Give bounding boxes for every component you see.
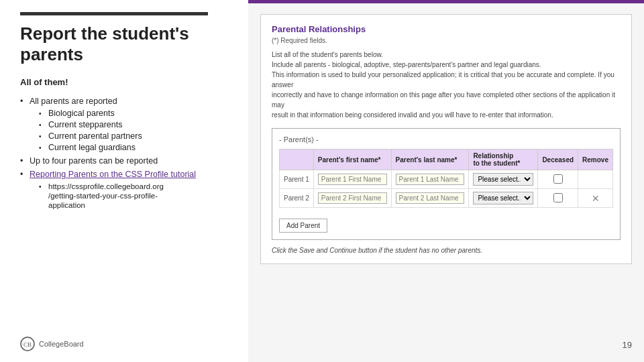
bullet-list: All parents are reported Biological pare… — [20, 97, 228, 210]
instruction-text: List all of the student's parents below.… — [272, 50, 621, 120]
parent1-first-name-cell[interactable] — [313, 170, 391, 189]
table-row: Parent 1 Please select... — [280, 170, 613, 189]
parent2-first-name-input[interactable] — [318, 192, 387, 204]
table-row: Parent 2 Please select... — [280, 189, 613, 208]
parent2-relationship-select[interactable]: Please select... — [473, 192, 533, 204]
col-header-remove: Remove — [578, 149, 613, 170]
parent2-last-name-input[interactable] — [396, 192, 465, 204]
svg-text:CB: CB — [23, 341, 32, 348]
add-parent-area: Add Parent — [279, 213, 613, 233]
parent1-last-name-cell[interactable] — [391, 170, 469, 189]
add-parent-button[interactable]: Add Parent — [279, 219, 327, 233]
section-title: Parental Relationships — [272, 24, 621, 34]
subtitle: All of them! — [20, 77, 228, 87]
parents-table: Parent's first name* Parent's last name*… — [279, 149, 613, 208]
parent2-last-name-cell[interactable] — [391, 189, 469, 208]
collegeboard-logo-icon: CB — [20, 337, 35, 351]
parents-section: - Parent(s) - Parent's first name* Paren… — [272, 128, 621, 240]
parent1-first-name-input[interactable] — [318, 174, 387, 185]
sub-list-item: Biological parents — [39, 109, 228, 118]
logo-area: CB CollegeBoard — [20, 337, 84, 351]
parent2-remove-cell[interactable]: ✕ — [578, 189, 613, 208]
parent2-label: Parent 2 — [280, 189, 314, 208]
parents-section-title: - Parent(s) - — [279, 135, 613, 143]
parent2-relationship-cell[interactable]: Please select... — [469, 189, 538, 208]
col-header-first-name: Parent's first name* — [313, 149, 391, 170]
parent2-first-name-cell[interactable] — [313, 189, 391, 208]
parent2-remove-button[interactable]: ✕ — [592, 193, 600, 204]
save-note: Click the Save and Continue button if th… — [272, 247, 621, 254]
parent1-relationship-cell[interactable]: Please select... — [469, 170, 538, 189]
page-number: 19 — [623, 340, 632, 350]
slide-title: Report the student's parents — [20, 23, 228, 65]
parent2-deceased-cell[interactable] — [538, 189, 578, 208]
list-item-link: Reporting Parents on the CSS Profile tut… — [20, 170, 228, 210]
right-panel: Parental Relationships (*) Required fiel… — [248, 0, 644, 362]
sub-list-item: Current parental partners — [39, 131, 228, 141]
parent1-relationship-select[interactable]: Please select... — [473, 173, 533, 186]
bullet-text: All parents are reported — [30, 97, 117, 106]
url-text: https://cssprofile.collegeboard.org/gett… — [48, 182, 164, 209]
bullet-text: Up to four parents can be reported — [30, 156, 158, 166]
required-note: (*) Required fields. — [272, 37, 621, 44]
right-content: Parental Relationships (*) Required fiel… — [260, 14, 632, 264]
url-item: https://cssprofile.collegeboard.org/gett… — [39, 182, 228, 210]
right-top-bar — [248, 0, 644, 3]
parent1-label: Parent 1 — [280, 170, 314, 189]
left-panel: Report the student's parents All of them… — [0, 0, 248, 362]
css-profile-link[interactable]: Reporting Parents on the CSS Profile tut… — [30, 170, 196, 179]
col-header-relationship: Relationshipto the student* — [469, 149, 538, 170]
parent1-last-name-input[interactable] — [396, 174, 465, 185]
col-header-last-name: Parent's last name* — [391, 149, 469, 170]
parent1-deceased-checkbox[interactable] — [553, 174, 563, 184]
list-item: Up to four parents can be reported — [20, 156, 228, 166]
list-item: All parents are reported Biological pare… — [20, 97, 228, 152]
parent2-deceased-checkbox[interactable] — [553, 193, 563, 202]
sub-list-item: Current legal guardians — [39, 143, 228, 152]
parent1-deceased-cell[interactable] — [538, 170, 578, 189]
logo-label: CollegeBoard — [39, 340, 84, 348]
col-header-blank — [280, 149, 314, 170]
col-header-deceased: Deceased — [538, 149, 578, 170]
parent1-remove-cell — [578, 170, 613, 189]
left-top-bar — [20, 12, 208, 15]
sub-list-item: Current stepparents — [39, 120, 228, 129]
